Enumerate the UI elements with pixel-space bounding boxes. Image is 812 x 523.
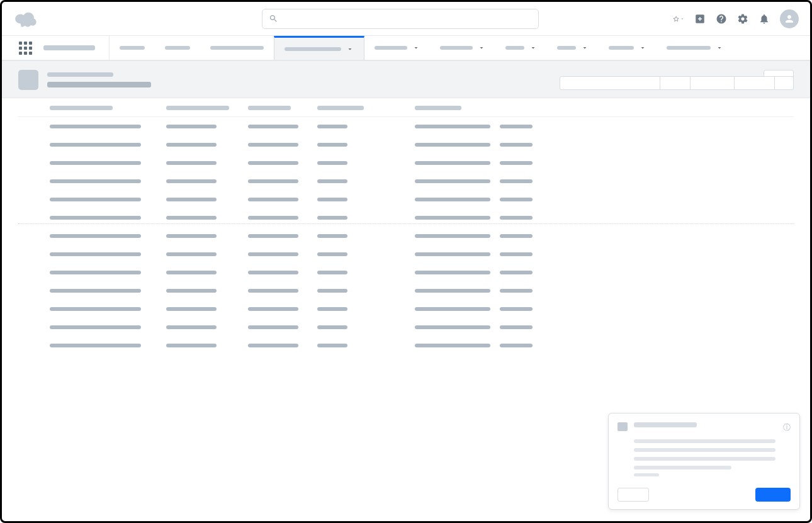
cell bbox=[248, 344, 317, 347]
notifications-button[interactable] bbox=[758, 13, 770, 25]
table-header bbox=[18, 98, 794, 117]
page-header bbox=[2, 61, 810, 98]
cell bbox=[415, 289, 500, 293]
cell bbox=[500, 179, 534, 183]
cell bbox=[18, 307, 50, 311]
notification-secondary-button[interactable] bbox=[617, 488, 649, 502]
nav-tab-8[interactable] bbox=[599, 36, 657, 60]
table-row[interactable] bbox=[18, 117, 794, 135]
col-header-2[interactable] bbox=[166, 106, 248, 110]
table-row[interactable] bbox=[18, 263, 794, 281]
cell bbox=[248, 216, 317, 220]
cell bbox=[248, 271, 317, 274]
chevron-down-icon bbox=[680, 16, 684, 22]
cell bbox=[248, 161, 317, 165]
cell bbox=[50, 143, 166, 147]
header-action-4[interactable] bbox=[775, 76, 794, 90]
col-header-0[interactable] bbox=[18, 106, 50, 110]
nav-tab-0[interactable] bbox=[110, 36, 155, 60]
table-row[interactable] bbox=[18, 208, 794, 227]
table-row[interactable] bbox=[18, 318, 794, 336]
chevron-down-icon bbox=[529, 44, 537, 52]
nav-tab-6[interactable] bbox=[495, 36, 547, 60]
search-icon bbox=[269, 14, 278, 23]
header-action-0[interactable] bbox=[560, 76, 660, 90]
cell bbox=[50, 289, 166, 293]
col-header-4[interactable] bbox=[317, 106, 415, 110]
col-header-5[interactable] bbox=[415, 106, 500, 110]
notification-line bbox=[634, 439, 775, 443]
setup-button[interactable] bbox=[737, 13, 748, 25]
table-body bbox=[18, 117, 794, 354]
cell bbox=[317, 344, 415, 347]
cell bbox=[248, 325, 317, 329]
nav-tab-label bbox=[440, 46, 473, 50]
cell bbox=[50, 125, 166, 128]
cell bbox=[18, 344, 50, 347]
cell bbox=[317, 198, 415, 201]
notification-title bbox=[634, 422, 697, 427]
table-row[interactable] bbox=[18, 154, 794, 172]
cell bbox=[166, 234, 248, 238]
cell bbox=[248, 198, 317, 201]
cell bbox=[166, 344, 248, 347]
table-row[interactable] bbox=[18, 281, 794, 300]
help-button[interactable] bbox=[716, 13, 727, 25]
nav-tab-label bbox=[120, 46, 145, 50]
nav-tabs bbox=[110, 36, 733, 60]
nav-tab-7[interactable] bbox=[547, 36, 599, 60]
header-action-bar bbox=[560, 76, 794, 90]
nav-tab-label bbox=[505, 46, 524, 50]
favorites-button[interactable] bbox=[673, 13, 684, 25]
header-action-2[interactable] bbox=[691, 76, 735, 90]
header-action-3[interactable] bbox=[735, 76, 775, 90]
cell bbox=[18, 289, 50, 293]
table-row[interactable] bbox=[18, 336, 794, 354]
cell bbox=[500, 252, 534, 256]
cell bbox=[317, 179, 415, 183]
table-row[interactable] bbox=[18, 172, 794, 190]
nav-tab-1[interactable] bbox=[155, 36, 200, 60]
list-view-name[interactable] bbox=[47, 82, 151, 87]
table-row[interactable] bbox=[18, 245, 794, 263]
profile-avatar[interactable] bbox=[780, 9, 799, 28]
add-button[interactable] bbox=[694, 13, 706, 25]
info-icon[interactable]: ⓘ bbox=[783, 422, 791, 433]
table-row[interactable] bbox=[18, 227, 794, 245]
cell bbox=[317, 307, 415, 311]
chevron-down-icon bbox=[716, 44, 723, 52]
table-row[interactable] bbox=[18, 190, 794, 208]
cell bbox=[50, 344, 166, 347]
nav-tab-2[interactable] bbox=[200, 36, 274, 60]
global-search[interactable] bbox=[262, 9, 539, 29]
cell bbox=[500, 325, 534, 329]
cell bbox=[166, 125, 248, 128]
col-header-6[interactable] bbox=[500, 106, 534, 110]
cell bbox=[50, 198, 166, 201]
nav-tab-5[interactable] bbox=[430, 36, 495, 60]
cell bbox=[50, 234, 166, 238]
cell bbox=[50, 325, 166, 329]
cell bbox=[50, 161, 166, 165]
table-row[interactable] bbox=[18, 135, 794, 154]
notification-line bbox=[634, 457, 775, 461]
header-action-1[interactable] bbox=[660, 76, 691, 90]
notification-primary-button[interactable] bbox=[755, 488, 791, 502]
notification-line bbox=[634, 448, 775, 452]
col-header-1[interactable] bbox=[50, 106, 166, 110]
cell bbox=[166, 271, 248, 274]
cell bbox=[166, 325, 248, 329]
cell bbox=[415, 216, 500, 220]
cell bbox=[415, 344, 500, 347]
cell bbox=[317, 325, 415, 329]
nav-tab-4[interactable] bbox=[364, 36, 430, 60]
notification-body bbox=[634, 439, 791, 470]
search-input[interactable] bbox=[283, 14, 532, 23]
col-header-3[interactable] bbox=[248, 106, 317, 110]
nav-tab-9[interactable] bbox=[657, 36, 733, 60]
table-row[interactable] bbox=[18, 300, 794, 318]
nav-tab-3[interactable] bbox=[274, 36, 364, 60]
cell bbox=[500, 198, 534, 201]
app-launcher[interactable] bbox=[13, 36, 37, 60]
cell bbox=[248, 143, 317, 147]
